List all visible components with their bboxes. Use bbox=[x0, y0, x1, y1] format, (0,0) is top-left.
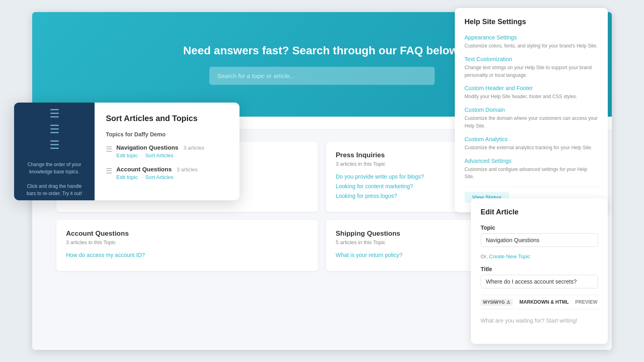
sort-hint-text: Change the order of your knowledge base … bbox=[22, 161, 87, 197]
topic-select[interactable]: Navigation Questions bbox=[481, 233, 598, 247]
create-new-topic-link[interactable]: Create New Topic bbox=[489, 253, 530, 259]
topic-form-group: Topic Navigation Questions bbox=[481, 224, 598, 247]
settings-panel: Help Site Settings Appearance Settings C… bbox=[455, 8, 608, 212]
wysiwyg-tab[interactable]: WYSIWYG ⚠ bbox=[481, 299, 513, 306]
settings-desc-domain: Customize the domain where your customer… bbox=[464, 115, 598, 129]
settings-link-domain[interactable]: Custom Domain bbox=[464, 107, 598, 113]
sort-modal-title: Sort Articles and Topics bbox=[106, 114, 228, 123]
settings-desc-appearance: Customize colors, fonts, and styling for… bbox=[464, 43, 597, 49]
editor-content[interactable]: What are you waiting for? Start writing! bbox=[481, 314, 598, 334]
sort-topic-item-1: ☰ Navigation Questions 3 articles Edit t… bbox=[106, 144, 228, 158]
settings-item-appearance: Appearance Settings Customize colors, fo… bbox=[464, 34, 598, 49]
settings-link-header-footer[interactable]: Custom Header and Footer bbox=[464, 85, 598, 91]
topic-card-account: Account Questions 3 articles in this Top… bbox=[56, 220, 318, 271]
sort-topic-count-2: 3 articles bbox=[177, 167, 198, 173]
hamburger-drag-icon: ☰☰☰ bbox=[50, 106, 60, 153]
settings-item-advanced: Advanced Settings Customize and configur… bbox=[464, 158, 598, 181]
search-input[interactable] bbox=[209, 67, 435, 85]
settings-item-header-footer: Custom Header and Footer Modify your Hel… bbox=[464, 85, 598, 100]
settings-panel-title: Help Site Settings bbox=[464, 18, 598, 26]
settings-item-domain: Custom Domain Customize the domain where… bbox=[464, 107, 598, 130]
article-link-account-id[interactable]: How do access my account ID? bbox=[66, 252, 308, 258]
sort-topic-count-1: 3 articles bbox=[184, 145, 204, 151]
title-input[interactable] bbox=[481, 275, 598, 288]
settings-desc-advanced: Customize and configure advanced setting… bbox=[464, 167, 587, 180]
settings-item-analytics: Custom Analytics Customize the external … bbox=[464, 136, 598, 151]
settings-link-advanced[interactable]: Advanced Settings bbox=[464, 158, 598, 164]
sort-topic-info-2: Account Questions 3 articles Edit topic … bbox=[116, 166, 198, 180]
drag-handle-1[interactable]: ☰ bbox=[106, 145, 112, 154]
sort-articles-link-2[interactable]: Sort Articles bbox=[145, 174, 173, 180]
sort-modal-content: Sort Articles and Topics Topics for Daff… bbox=[95, 103, 239, 200]
sort-topic-name-2: Account Questions bbox=[116, 166, 172, 173]
sort-articles-link-1[interactable]: Sort Articles bbox=[145, 152, 173, 158]
markdown-tab[interactable]: MARKDOWN & HTML bbox=[519, 298, 569, 306]
settings-link-text[interactable]: Text Customization bbox=[464, 56, 598, 62]
sort-topic-name-1: Navigation Questions bbox=[116, 144, 178, 151]
sort-topic-info-1: Navigation Questions 3 articles Edit top… bbox=[116, 144, 204, 158]
warning-icon: ⚠ bbox=[506, 300, 510, 305]
title-label: Title bbox=[481, 266, 598, 272]
settings-desc-text: Change text strings on your Help Site to… bbox=[464, 65, 592, 78]
settings-desc-header-footer: Modify your Help Site header, footer and… bbox=[464, 94, 577, 99]
article-count-account: 3 articles in this Topic bbox=[66, 239, 308, 245]
sort-articles-modal: ☰☰☰ Change the order of your knowledge b… bbox=[14, 103, 239, 200]
settings-link-analytics[interactable]: Custom Analytics bbox=[464, 136, 598, 142]
settings-link-appearance[interactable]: Appearance Settings bbox=[464, 34, 598, 41]
settings-desc-analytics: Customize the external analytics trackin… bbox=[464, 145, 592, 150]
topic-label: Topic bbox=[481, 224, 598, 231]
topic-title-account: Account Questions bbox=[66, 230, 308, 238]
sort-topic-item-2: ☰ Account Questions 3 articles Edit topi… bbox=[106, 166, 228, 180]
sort-modal-illustration: ☰☰☰ Change the order of your knowledge b… bbox=[14, 103, 95, 200]
create-topic-row: Or, Create New Topic bbox=[481, 253, 598, 259]
preview-tab[interactable]: PREVIEW bbox=[575, 298, 597, 306]
hero-title: Need answers fast? Search through our FA… bbox=[183, 44, 461, 57]
edit-topic-link-1[interactable]: Edit topic bbox=[116, 152, 138, 158]
drag-handle-2[interactable]: ☰ bbox=[106, 167, 112, 175]
edit-topic-link-2[interactable]: Edit topic bbox=[116, 174, 138, 180]
title-form-group: Title bbox=[481, 266, 598, 288]
settings-item-text: Text Customization Change text strings o… bbox=[464, 56, 598, 79]
edit-article-title: Edit Article bbox=[481, 208, 598, 216]
sort-modal-subtitle: Topics for Daffy Demo bbox=[106, 131, 228, 138]
editor-toolbar: WYSIWYG ⚠ MARKDOWN & HTML PREVIEW bbox=[481, 295, 598, 309]
edit-article-panel: Edit Article Topic Navigation Questions … bbox=[471, 198, 608, 344]
